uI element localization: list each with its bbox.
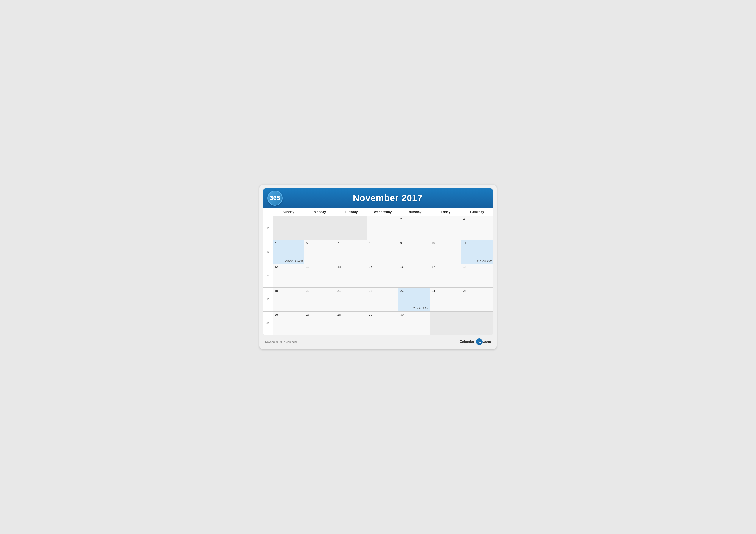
day-cell[interactable]: 19: [273, 288, 304, 311]
day-cell[interactable]: 25: [461, 288, 493, 311]
day-name-cell: Sunday: [273, 208, 304, 216]
day-name-cell: Thursday: [398, 208, 430, 216]
logo-badge: 365: [267, 191, 283, 206]
calendar-footer: November 2017 Calendar Calendar- 365 .co…: [263, 336, 493, 346]
week-number: 48: [263, 312, 273, 335]
day-cell[interactable]: 24: [430, 288, 461, 311]
day-number: 18: [463, 265, 491, 268]
day-cell[interactable]: 6: [304, 240, 336, 264]
calendar-week: 482627282930: [263, 312, 493, 335]
calendar-week: 4612131415161718: [263, 264, 493, 288]
calendar-container: 365 November 2017 SundayMondayTuesdayWed…: [263, 188, 493, 336]
day-cell[interactable]: [304, 216, 336, 240]
calendar-grid: 441234455Daylight Saving67891011Veterans…: [263, 216, 493, 335]
footer-brand-before: Calendar-: [460, 340, 475, 343]
day-cell[interactable]: [430, 312, 461, 335]
day-number: 14: [338, 265, 365, 268]
footer-right: Calendar- 365 .com: [460, 339, 491, 345]
day-number: 9: [400, 241, 428, 244]
day-number: 6: [306, 241, 334, 244]
day-cell[interactable]: 27: [304, 312, 336, 335]
day-number: 29: [369, 313, 397, 316]
day-number: 23: [400, 289, 428, 292]
holiday-label: Veterans' Day: [475, 259, 492, 262]
week-number: 46: [263, 264, 273, 288]
day-name-cell: Saturday: [461, 208, 493, 216]
logo-text: 365: [270, 195, 280, 202]
day-number: 22: [369, 289, 397, 292]
day-cell[interactable]: 8: [367, 240, 399, 264]
day-cell[interactable]: 17: [430, 264, 461, 288]
week-number: 45: [263, 240, 273, 264]
holiday-label: Daylight Saving: [285, 259, 303, 262]
day-number: 16: [400, 265, 428, 268]
footer-badge: 365: [476, 339, 482, 345]
day-cell[interactable]: 16: [398, 264, 430, 288]
day-cell[interactable]: [461, 312, 493, 335]
day-cell[interactable]: 20: [304, 288, 336, 311]
day-cell[interactable]: 7: [336, 240, 367, 264]
day-number: 28: [338, 313, 365, 316]
day-number: 26: [275, 313, 302, 316]
holiday-label: Thanksgiving: [413, 307, 429, 310]
day-number: 8: [369, 241, 397, 244]
footer-left-text: November 2017 Calendar: [265, 340, 297, 343]
day-number: 21: [338, 289, 365, 292]
day-cell[interactable]: 11Veterans' Day: [461, 240, 493, 264]
day-name-cell: Wednesday: [367, 208, 399, 216]
day-cell[interactable]: 1: [367, 216, 399, 240]
week-number: 47: [263, 288, 273, 311]
day-cell[interactable]: 3: [430, 216, 461, 240]
calendar-title: November 2017: [287, 193, 489, 203]
day-name-cell: Monday: [304, 208, 336, 216]
calendar-week: 441234: [263, 216, 493, 240]
day-name-cell: Friday: [430, 208, 461, 216]
day-cell[interactable]: 10: [430, 240, 461, 264]
day-cell[interactable]: 4: [461, 216, 493, 240]
day-number: 10: [432, 241, 459, 244]
calendar-week: 471920212223Thanksgiving2425: [263, 288, 493, 312]
day-number: 11: [463, 241, 491, 244]
day-cell[interactable]: 15: [367, 264, 399, 288]
day-cell[interactable]: 30: [398, 312, 430, 335]
day-number: 24: [432, 289, 459, 292]
week-num-header: [263, 208, 273, 216]
day-cell[interactable]: [273, 216, 304, 240]
day-number: 4: [463, 217, 491, 221]
day-cell[interactable]: 2: [398, 216, 430, 240]
footer-brand-after: .com: [483, 340, 491, 343]
day-cell[interactable]: 9: [398, 240, 430, 264]
day-names-row: SundayMondayTuesdayWednesdayThursdayFrid…: [263, 208, 493, 216]
day-number: 25: [463, 289, 491, 292]
calendar-week: 455Daylight Saving67891011Veterans' Day: [263, 240, 493, 264]
page-wrapper: 365 November 2017 SundayMondayTuesdayWed…: [259, 185, 497, 349]
day-cell[interactable]: 22: [367, 288, 399, 311]
day-cell[interactable]: [336, 216, 367, 240]
day-cell[interactable]: 13: [304, 264, 336, 288]
day-cell[interactable]: 14: [336, 264, 367, 288]
day-number: 27: [306, 313, 334, 316]
day-number: 13: [306, 265, 334, 268]
calendar-header: 365 November 2017: [263, 189, 493, 208]
day-name-cell: Tuesday: [336, 208, 367, 216]
day-number: 15: [369, 265, 397, 268]
day-number: 20: [306, 289, 334, 292]
day-cell[interactable]: 26: [273, 312, 304, 335]
day-number: 2: [400, 217, 428, 221]
day-cell[interactable]: 29: [367, 312, 399, 335]
day-cell[interactable]: 21: [336, 288, 367, 311]
day-cell[interactable]: 23Thanksgiving: [398, 288, 430, 311]
day-cell[interactable]: 5Daylight Saving: [273, 240, 304, 264]
day-number: 5: [275, 241, 302, 244]
day-number: 12: [275, 265, 302, 268]
day-cell[interactable]: 18: [461, 264, 493, 288]
day-cell[interactable]: 12: [273, 264, 304, 288]
day-number: 30: [400, 313, 428, 316]
day-number: 3: [432, 217, 459, 221]
day-number: 19: [275, 289, 302, 292]
week-number: 44: [263, 216, 273, 240]
day-number: 7: [338, 241, 365, 244]
day-number: 17: [432, 265, 459, 268]
day-number: 1: [369, 217, 397, 221]
day-cell[interactable]: 28: [336, 312, 367, 335]
